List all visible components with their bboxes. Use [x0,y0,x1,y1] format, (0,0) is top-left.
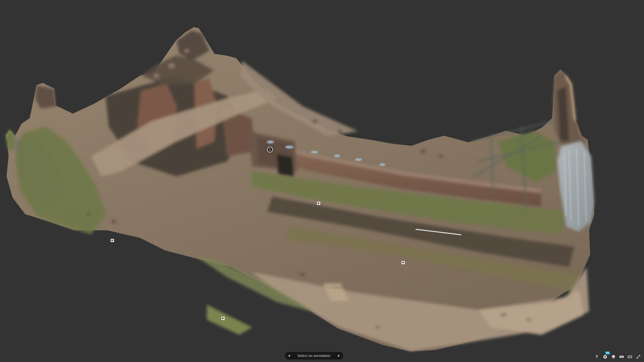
help-icon: ? [595,355,598,359]
annotation-marker-1[interactable]: 1 [267,147,273,153]
layers-icon [611,354,616,359]
viewer-toolbar: ? HD [594,354,641,359]
fullscreen-icon [636,354,641,359]
annotation-selector-label: Select an annotation [297,354,331,358]
annotation-prev-button[interactable]: ◀ [288,354,290,357]
gear-icon [603,354,608,359]
annotation-number: 1 [267,147,272,152]
vr-button[interactable] [619,354,624,359]
prev-arrow-icon: ◀ [288,354,290,357]
help-button[interactable]: ? [594,354,599,359]
fullscreen-button[interactable] [636,354,641,359]
gatehouse-doorway [277,154,294,176]
vr-headset-icon [619,354,624,359]
inspector-button[interactable] [611,354,616,359]
settings-button[interactable]: HD [602,354,608,359]
model-render [0,0,644,362]
hd-badge: HD [605,351,610,354]
theater-mode-icon [627,354,632,359]
next-arrow-icon: ▶ [338,354,340,357]
annotation-next-button[interactable]: ▶ [338,354,340,357]
viewer-stage: 1 ◀ Select an annotation ▶ ? HD [0,0,644,362]
annotation-selector[interactable]: ◀ Select an annotation ▶ [285,352,343,359]
3d-viewport[interactable]: 1 [0,0,644,362]
grass-patch-bottom [207,305,252,335]
theater-mode-button[interactable] [627,354,632,359]
